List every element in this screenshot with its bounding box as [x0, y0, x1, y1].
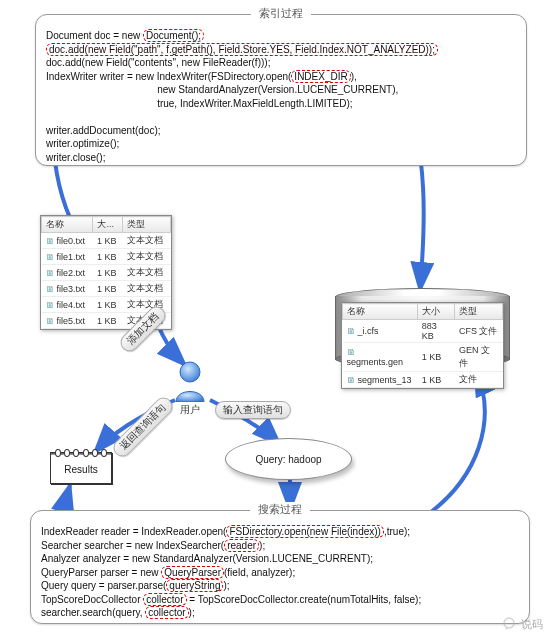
label-input-query: 输入查询语句	[215, 401, 291, 419]
table-row: file3.txt1 KB文本文档	[42, 281, 171, 297]
table-row: segments.gen1 KBGEN 文件	[343, 343, 503, 372]
search-process-panel: 搜索过程 IndexReader reader = IndexReader.op…	[30, 510, 530, 624]
table-row: file2.txt1 KB文本文档	[42, 265, 171, 281]
col-size: 大...	[93, 217, 123, 233]
col-name: 名称	[343, 304, 418, 320]
hl-document: Document();	[143, 29, 204, 42]
col-name: 名称	[42, 217, 93, 233]
watermark-text: 说码	[521, 617, 543, 632]
table-header-row: 名称 大小 类型	[343, 304, 503, 320]
index-storage-cylinder: 名称 大小 类型 _i.cfs883 KBCFS 文件 segments.gen…	[335, 288, 510, 368]
hl-fsdir-open: FSDirectory.open(new File(index))	[226, 525, 384, 538]
table-header-row: 名称 大... 类型	[42, 217, 171, 233]
results-notepad: Results	[50, 452, 112, 484]
svg-point-1	[504, 618, 514, 628]
watermark: 说码	[501, 616, 543, 632]
search-panel-title: 搜索过程	[250, 502, 310, 517]
hl-collector-2: collector	[145, 606, 188, 619]
hl-doc-add-path: doc.add(new Field("path", f.getPath(), F…	[46, 43, 438, 56]
col-type: 类型	[455, 304, 503, 320]
search-code-block: IndexReader reader = IndexReader.open(FS…	[31, 511, 529, 628]
hl-queryparser: QueryParser	[161, 566, 224, 579]
col-size: 大小	[418, 304, 455, 320]
col-type: 类型	[123, 217, 171, 233]
hl-index-dir: INDEX_DIR	[291, 70, 350, 83]
query-ellipse: Query: hadoop	[225, 438, 352, 480]
user-actor: 用户	[170, 360, 210, 420]
table-row: _i.cfs883 KBCFS 文件	[343, 320, 503, 343]
table-row: file0.txt1 KB文本文档	[42, 233, 171, 249]
index-code-block: Document doc = new Document(); doc.add(n…	[36, 15, 526, 172]
index-panel-title: 索引过程	[251, 6, 311, 21]
table-row: segments_131 KB文件	[343, 372, 503, 388]
user-icon	[172, 360, 208, 402]
chat-icon	[501, 616, 517, 632]
hl-collector-1: collector	[143, 593, 186, 606]
label-return-query: 返回查询语句	[110, 394, 176, 460]
user-label: 用户	[170, 403, 210, 417]
svg-point-0	[180, 362, 200, 382]
index-process-panel: 索引过程 Document doc = new Document(); doc.…	[35, 14, 527, 166]
table-row: file1.txt1 KB文本文档	[42, 249, 171, 265]
hl-querystring: queryString	[166, 579, 223, 592]
hl-reader: reader	[224, 539, 259, 552]
query-text: Query: hadoop	[255, 454, 321, 465]
